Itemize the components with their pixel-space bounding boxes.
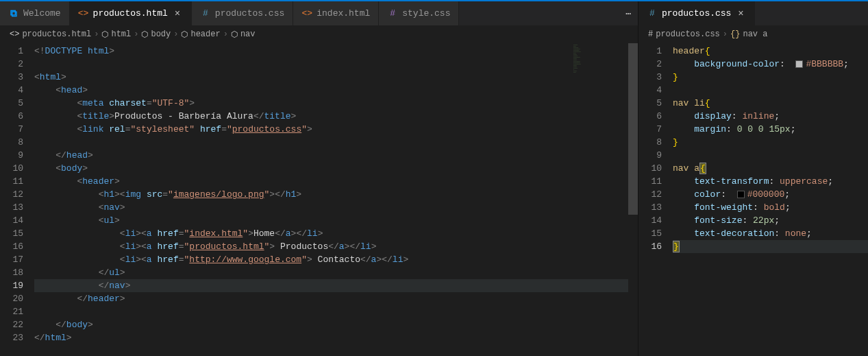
tab-welcome[interactable]: ⧉ Welcome — [0, 1, 70, 25]
close-icon[interactable]: × — [172, 8, 183, 19]
chevron-right-icon: › — [723, 29, 728, 39]
symbol-icon: ⬡ — [141, 29, 148, 40]
chevron-right-icon: › — [223, 29, 228, 39]
css-icon: # — [648, 29, 653, 39]
breadcrumb-item[interactable]: productos.html — [22, 29, 91, 39]
left-editor[interactable]: 1234567891011121314151617181920212223 <!… — [0, 43, 638, 356]
more-icon[interactable]: ⋯ — [625, 8, 631, 19]
breadcrumb-item[interactable]: productos.css — [656, 29, 720, 39]
tab-label: productos.css — [662, 8, 731, 19]
css-icon: # — [647, 8, 658, 19]
html-icon: <> — [10, 29, 19, 39]
tab-style-css[interactable]: # style.css — [379, 1, 459, 25]
right-editor-group: # productos.css × # productos.css › {} n… — [638, 1, 868, 356]
chevron-right-icon: › — [134, 29, 138, 39]
breadcrumb-item[interactable]: nav — [240, 29, 256, 39]
symbol-icon: ⬡ — [181, 29, 188, 40]
tab-actions: ⋯ — [619, 1, 638, 25]
code-area[interactable]: header{ background-color: #BBBBBB;}nav l… — [673, 43, 868, 356]
brackets-icon: {} — [730, 29, 740, 39]
line-numbers: 1234567891011121314151617181920212223 — [0, 43, 34, 356]
tab-productos-css[interactable]: # productos.css — [192, 1, 293, 25]
html-icon: <> — [301, 8, 312, 19]
tab-label: productos.html — [93, 8, 168, 19]
code-area[interactable]: <!DOCTYPE html><html> <head> <meta chars… — [34, 43, 638, 356]
breadcrumb-item[interactable]: html — [111, 29, 131, 39]
tab-label: productos.css — [215, 8, 284, 19]
css-icon: # — [387, 8, 398, 19]
close-icon[interactable]: × — [735, 8, 746, 19]
scrollbar[interactable] — [628, 43, 638, 356]
right-editor[interactable]: 12345678910111213141516 header{ backgrou… — [638, 43, 868, 356]
tab-productos-html[interactable]: <> productos.html × — [70, 1, 192, 25]
tab-label: style.css — [402, 8, 450, 19]
css-icon: # — [200, 8, 211, 19]
line-numbers: 12345678910111213141516 — [638, 43, 673, 356]
html-icon: <> — [78, 8, 89, 19]
chevron-right-icon: › — [173, 29, 178, 39]
tab-label: Welcome — [23, 8, 61, 19]
scroll-thumb[interactable] — [628, 43, 638, 215]
symbol-icon: ⬡ — [231, 29, 238, 40]
left-breadcrumb[interactable]: <> productos.html › ⬡ html › ⬡ body › ⬡ … — [0, 25, 638, 43]
breadcrumb-item[interactable]: header — [190, 29, 220, 39]
tab-index-html[interactable]: <> index.html — [293, 1, 379, 25]
left-editor-group: ⧉ Welcome <> productos.html × # producto… — [0, 1, 638, 356]
right-tabs: # productos.css × — [638, 1, 868, 25]
breadcrumb-item[interactable]: nav a — [743, 29, 767, 39]
editor-main: ⧉ Welcome <> productos.html × # producto… — [0, 1, 868, 356]
tab-productos-css-right[interactable]: # productos.css × — [638, 1, 755, 25]
left-tabs: ⧉ Welcome <> productos.html × # producto… — [0, 1, 638, 25]
tab-label: index.html — [317, 8, 370, 19]
symbol-icon: ⬡ — [101, 29, 108, 40]
breadcrumb-item[interactable]: body — [151, 29, 171, 39]
vscode-icon: ⧉ — [8, 8, 19, 19]
chevron-right-icon: › — [94, 29, 99, 39]
right-breadcrumb[interactable]: # productos.css › {} nav a — [638, 25, 868, 43]
